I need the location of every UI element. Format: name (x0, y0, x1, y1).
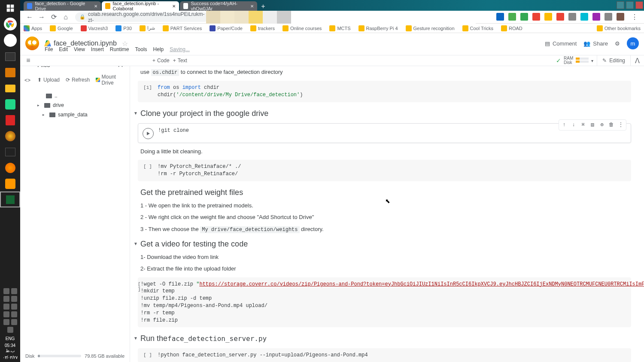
sublime-app-icon[interactable] (0, 176, 20, 192)
text-cell[interactable]: 2- Extract the file into the upload fold… (130, 263, 639, 275)
bookmark[interactable]: ROAD (501, 25, 522, 31)
text-cell[interactable]: 3 - Then we choose the My drive/face_det… (130, 223, 639, 235)
browser-tab[interactable]: face_detection - Google Drive✕ (24, 1, 101, 11)
menu-edit[interactable]: Edit (57, 46, 70, 54)
cell-execution-count[interactable]: [1] (138, 84, 158, 99)
extension-icon[interactable] (580, 13, 588, 21)
expand-icon[interactable]: ▸ (43, 113, 47, 117)
tray-icon[interactable] (11, 296, 17, 302)
address-bar[interactable]: 🔒 colab.research.google.com/drive/1ss4nu… (75, 12, 209, 22)
collapse-icon[interactable]: ▼ (134, 336, 138, 341)
profile-avatar-icon[interactable] (617, 13, 624, 21)
code-cell[interactable]: [ ] !wget -O file.zip "https://storage.c… (138, 277, 631, 328)
section-heading[interactable]: Get a video for testing the code (130, 235, 639, 251)
section-heading[interactable]: Run the face_detection_server.py (130, 330, 639, 346)
tray-icon[interactable] (11, 288, 17, 294)
forward-button[interactable]: → (37, 13, 46, 21)
extension-icon[interactable] (496, 13, 504, 21)
new-tab-button[interactable]: + (258, 2, 268, 11)
tray-icon[interactable] (3, 311, 9, 317)
collapse-icon[interactable]: ▼ (134, 111, 138, 116)
tray-icon[interactable] (7, 327, 13, 333)
extension-icon[interactable] (544, 13, 552, 21)
code-cell-active[interactable]: ↑ ↓ ⌘ ▤ ⚙ 🗑 ⋮ !git clone (138, 123, 631, 143)
extension-icon[interactable] (520, 13, 528, 21)
clock-time[interactable]: 05:34 ب.ظ (0, 343, 20, 353)
tray-icon[interactable] (3, 319, 9, 325)
cell-execution-count[interactable]: [ ] (138, 163, 158, 178)
pycharm-app-icon[interactable] (0, 96, 20, 112)
toc-button[interactable]: ≡ (20, 57, 36, 64)
menu-runtime[interactable]: Runtime (108, 46, 131, 54)
tray-icon[interactable] (3, 304, 9, 310)
menu-file[interactable]: File (43, 46, 55, 54)
other-bookmarks[interactable]: Other bookmarks (597, 25, 641, 31)
extension-icon[interactable] (605, 13, 612, 21)
terminal-app-icon[interactable] (0, 49, 20, 64)
bookmark[interactable]: Google (50, 25, 73, 31)
apps-shortcut[interactable]: Apps (24, 25, 42, 31)
text-cell[interactable]: 2 - We right click on the weight file an… (130, 211, 639, 223)
cell-execution-count[interactable]: [ ] (138, 281, 141, 324)
bookmark[interactable]: MCTS (329, 25, 350, 31)
bookmark[interactable]: trackers (250, 25, 275, 31)
close-tab-icon[interactable]: ✕ (172, 4, 176, 9)
close-tab-icon[interactable]: ✕ (94, 4, 97, 9)
file-tree-item[interactable]: ▸drive (37, 100, 126, 110)
cell-settings-button[interactable]: ⚙ (598, 121, 606, 129)
tray-icon[interactable] (11, 304, 17, 310)
editing-mode[interactable]: ✎Editing (597, 55, 630, 66)
code-cell[interactable]: [1] from os import chdir chdir('/content… (138, 81, 631, 102)
settings-button[interactable]: ⚙ (615, 40, 620, 47)
back-button[interactable]: ← (25, 13, 34, 21)
code-cell[interactable]: [ ] !mv Pytorch_Retinaface/* ./ !rm -r P… (138, 160, 631, 181)
connection-status[interactable]: ✓ RAMDisk ▾ (556, 56, 593, 65)
close-button[interactable] (635, 1, 643, 9)
app-icon[interactable] (0, 192, 20, 207)
home-button[interactable]: ⌂ (61, 13, 70, 21)
upload-button[interactable]: ⬆Upload (37, 74, 60, 86)
app-icon[interactable] (0, 112, 20, 128)
move-down-button[interactable]: ↓ (569, 121, 578, 129)
text-cell[interactable]: Doing a little bit cleaning. (130, 146, 639, 158)
windows-start-icon[interactable] (0, 0, 20, 16)
bookmark[interactable]: RaspBerry Pi 4 (358, 25, 398, 31)
section-heading[interactable]: Clone your project in the google drive (130, 105, 639, 121)
tray-icon[interactable] (11, 311, 17, 317)
refresh-button[interactable]: ⟳Refresh (66, 74, 90, 86)
menu-insert[interactable]: Insert (89, 46, 106, 54)
bookmark[interactable]: Cool Tricks (462, 25, 493, 31)
cell-execution-count[interactable]: [ ] (138, 352, 158, 359)
menu-view[interactable]: View (72, 46, 87, 54)
section-heading[interactable]: Get the pretrained weight files (130, 184, 639, 200)
bookmark[interactable]: Gesture recognition (406, 25, 455, 31)
cell-menu-button[interactable]: ⋮ (617, 121, 625, 129)
bookmark[interactable]: شرا (140, 25, 155, 31)
bookmark[interactable]: Varzesh3 (81, 25, 108, 31)
app-icon[interactable] (0, 128, 20, 144)
code-snippets-button[interactable]: <> (24, 77, 30, 83)
language-indicator[interactable]: ENG (0, 336, 20, 341)
move-up-button[interactable]: ↑ (560, 121, 568, 129)
mount-drive-button[interactable]: Mount Drive (96, 74, 124, 86)
text-cell[interactable]: 1- Download the video from link (130, 251, 639, 263)
text-cell[interactable]: 1 - We open the link to the pretrained m… (130, 200, 639, 212)
menu-button[interactable]: ⋮ (630, 13, 639, 21)
extension-icon[interactable] (592, 13, 600, 21)
browser-tab[interactable]: Success code=4/yAH-vhOw0JAr✕ (180, 1, 257, 11)
link-button[interactable]: ⌘ (579, 121, 587, 129)
share-button[interactable]: 👥Share (583, 40, 608, 47)
firefox-app-icon[interactable] (0, 160, 20, 176)
delete-cell-button[interactable]: 🗑 (607, 121, 616, 129)
close-tab-icon[interactable]: ✕ (250, 4, 254, 9)
run-cell-button[interactable] (143, 128, 154, 139)
bookmark[interactable]: Online courses (283, 25, 322, 31)
menu-help[interactable]: Help (152, 46, 166, 54)
extension-icon[interactable] (568, 13, 576, 21)
colab-logo-icon[interactable] (25, 37, 39, 50)
extension-icon[interactable] (508, 13, 516, 21)
text-cell[interactable]: use os.chdir to connect to the face_dete… (130, 66, 639, 78)
user-avatar[interactable]: m (627, 37, 639, 49)
expand-icon[interactable]: ▸ (37, 103, 42, 107)
tray-icon[interactable] (11, 319, 17, 325)
